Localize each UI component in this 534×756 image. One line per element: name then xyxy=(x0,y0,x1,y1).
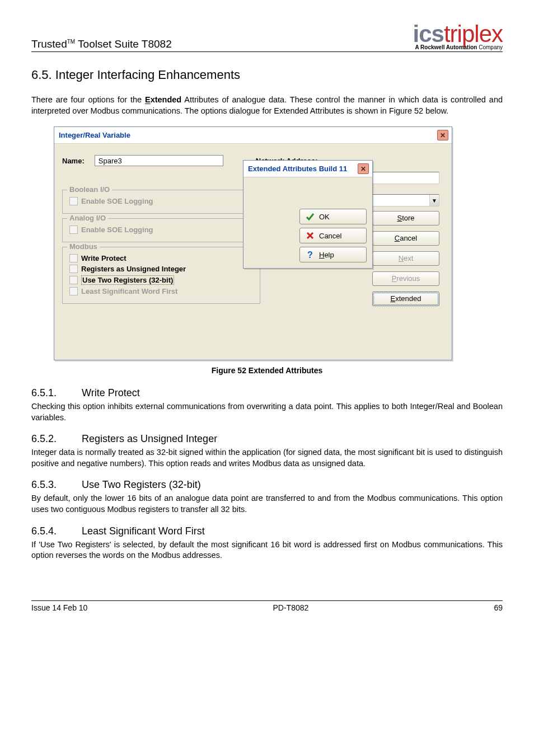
company-logo: icstriplex A Rockwell Automation Company xyxy=(413,22,503,50)
checkbox-icon[interactable] xyxy=(69,287,78,295)
group-modbus: Modbus Write Protect Registers as Unsign… xyxy=(62,247,260,304)
x-icon xyxy=(306,231,315,240)
cancel-inner-label: Cancel xyxy=(319,232,341,240)
ok-button[interactable]: OK xyxy=(299,209,367,224)
subheading-6-5-3: 6.5.3.Use Two Registers (32-bit) xyxy=(31,479,503,491)
sub-6-5-3-body: By default, only the lower 16 bits of an… xyxy=(31,493,503,515)
chk-use-two-registers: Use Two Registers (32-bit) xyxy=(69,275,254,285)
inner-button-column: OK Cancel ? Help xyxy=(243,177,372,268)
subheading-6-5-4: 6.5.4.Least Significant Word First xyxy=(31,525,503,537)
page-header: TrustedTM Toolset Suite T8082 icstriplex… xyxy=(31,22,503,52)
figure-caption: Figure 52 Extended Attributes xyxy=(31,366,503,375)
inner-dialog-title: Extended Attributes Build 11 xyxy=(248,165,347,173)
section-heading: 6.5. Integer Interfacing Enhancements xyxy=(31,68,503,82)
inner-dialog: Extended Attributes Build 11 ✕ OK Cancel xyxy=(243,160,373,269)
logo-text-ics: ics xyxy=(413,21,444,47)
name-input[interactable] xyxy=(95,155,223,166)
group-analog-title: Analog I/O xyxy=(67,214,108,222)
chk-least-significant-label: Least Significant Word First xyxy=(81,287,177,295)
sub-6-5-1-body: Checking this option inhibits external c… xyxy=(31,401,503,423)
logo-text-triplex: triplex xyxy=(444,21,503,47)
sub-6-5-2-body: Integer data is normally treated as 32-b… xyxy=(31,447,503,469)
outer-dialog-titlebar: Integer/Real Variable ✕ xyxy=(54,127,452,144)
ok-label: OK xyxy=(319,213,330,221)
subheading-6-5-1: 6.5.1.Write Protect xyxy=(31,387,503,399)
group-boolean-io: Boolean I/O Enable SOE Logging xyxy=(62,190,260,214)
dialog-button-column: Store Cancel Next Previous Extended xyxy=(372,211,439,306)
footer-center: PD-T8082 xyxy=(273,603,309,612)
footer-right: 69 xyxy=(494,603,503,612)
footer-left: Issue 14 Feb 10 xyxy=(31,603,87,612)
checkbox-icon[interactable] xyxy=(69,265,78,273)
store-button[interactable]: Store xyxy=(372,211,439,226)
close-icon[interactable]: ✕ xyxy=(358,163,369,174)
chk-boolean-soe-label: Enable SOE Logging xyxy=(81,197,153,205)
checkbox-icon[interactable] xyxy=(69,254,78,262)
chevron-down-icon[interactable]: ▼ xyxy=(429,195,439,206)
chk-write-protect: Write Protect xyxy=(69,254,254,262)
chk-use-two-registers-label: Use Two Registers (32-bit) xyxy=(81,275,174,285)
name-label: Name: xyxy=(62,157,85,165)
extended-button[interactable]: Extended xyxy=(372,292,439,306)
close-icon[interactable]: ✕ xyxy=(437,130,448,140)
inner-dialog-titlebar: Extended Attributes Build 11 ✕ xyxy=(243,161,372,177)
cancel-button[interactable]: Cancel xyxy=(372,231,439,246)
svg-text:?: ? xyxy=(307,250,313,259)
page-footer: Issue 14 Feb 10 PD-T8082 69 xyxy=(31,600,503,612)
question-icon: ? xyxy=(306,250,315,259)
logo-subtext-bold: A Rockwell Automation xyxy=(415,44,477,50)
previous-button[interactable]: Previous xyxy=(372,271,439,286)
intro-bold-rest: xtended xyxy=(151,95,182,104)
group-analog-io: Analog I/O Enable SOE Logging xyxy=(62,218,260,242)
chk-boolean-soe: Enable SOE Logging xyxy=(69,197,254,205)
outer-dialog-title: Integer/Real Variable xyxy=(59,131,130,139)
chk-registers-unsigned-label: Registers as Unsigned Integer xyxy=(81,265,186,273)
checkbox-icon[interactable] xyxy=(69,226,78,234)
chk-least-significant: Least Significant Word First xyxy=(69,287,254,295)
intro-paragraph: There are four options for the Extended … xyxy=(31,95,503,116)
chk-write-protect-label: Write Protect xyxy=(81,254,127,262)
product-title: TrustedTM Toolset Suite T8082 xyxy=(31,38,172,50)
chk-analog-soe-label: Enable SOE Logging xyxy=(81,226,153,234)
dialog-figure: Integer/Real Variable ✕ Name: Network Ad… xyxy=(54,126,452,360)
network-address-input[interactable] xyxy=(372,172,439,184)
subheading-6-5-2: 6.5.2.Registers as Unsigned Integer xyxy=(31,433,503,445)
chk-analog-soe: Enable SOE Logging xyxy=(69,226,254,234)
group-modbus-title: Modbus xyxy=(67,242,100,251)
logo-subtext: Company xyxy=(477,44,503,50)
combo-field[interactable]: ie) ▼ xyxy=(361,194,439,206)
group-boolean-title: Boolean I/O xyxy=(67,185,112,194)
checkbox-icon[interactable] xyxy=(69,276,78,284)
intro-pre: There are four options for the xyxy=(31,95,145,104)
checkbox-icon[interactable] xyxy=(69,197,78,205)
help-button[interactable]: ? Help xyxy=(299,247,367,262)
sub-6-5-4-body: If 'Use Two Registers' is selected, by d… xyxy=(31,539,503,561)
next-button[interactable]: Next xyxy=(372,251,439,266)
chk-registers-unsigned: Registers as Unsigned Integer xyxy=(69,265,254,273)
check-icon xyxy=(306,212,315,221)
cancel-inner-button[interactable]: Cancel xyxy=(299,228,367,243)
